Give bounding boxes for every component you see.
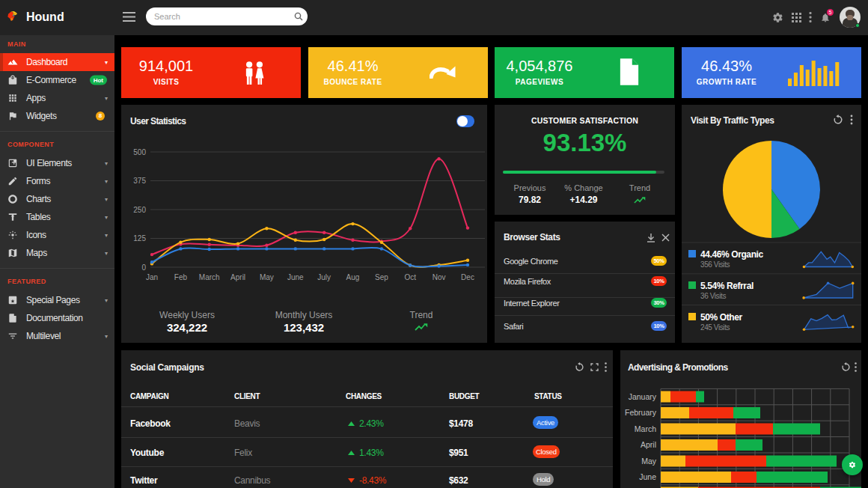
svg-text:Dec: Dec	[461, 273, 474, 281]
svg-text:June: June	[639, 472, 656, 481]
svg-text:0: 0	[141, 263, 146, 272]
svg-text:July: July	[317, 273, 331, 281]
svg-text:May: May	[641, 457, 657, 466]
svg-text:March: March	[635, 424, 656, 433]
svg-text:April: April	[641, 440, 656, 449]
svg-text:January: January	[629, 392, 657, 401]
svg-text:375: 375	[133, 177, 146, 185]
svg-text:Nov: Nov	[433, 273, 446, 281]
svg-text:Sep: Sep	[375, 273, 388, 281]
svg-text:125: 125	[133, 234, 146, 243]
svg-text:500: 500	[133, 148, 146, 156]
svg-text:Oct: Oct	[404, 273, 416, 281]
svg-text:250: 250	[133, 206, 146, 214]
svg-text:February: February	[625, 408, 657, 417]
svg-text:June: June	[287, 273, 304, 281]
svg-text:May: May	[260, 273, 274, 281]
svg-text:March: March	[199, 273, 220, 281]
svg-text:Aug: Aug	[346, 273, 360, 281]
svg-text:Jan: Jan	[146, 273, 158, 281]
svg-text:Feb: Feb	[174, 273, 188, 281]
svg-text:April: April	[230, 273, 245, 281]
